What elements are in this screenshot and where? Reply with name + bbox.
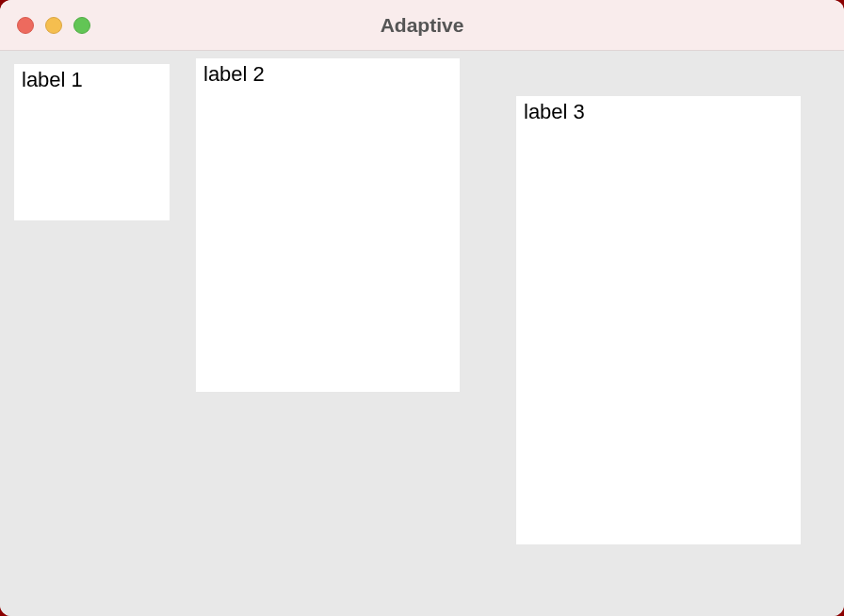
zoom-icon[interactable]: [73, 17, 90, 34]
window-title: Adaptive: [0, 14, 844, 37]
traffic-lights: [0, 17, 90, 34]
content-area: label 1 label 2 label 3: [0, 51, 844, 616]
panel-1-label: label 1: [22, 68, 162, 92]
titlebar: Adaptive: [0, 0, 844, 51]
panel-2: label 2: [196, 58, 460, 392]
app-window: Adaptive label 1 label 2 label 3: [0, 0, 844, 616]
minimize-icon[interactable]: [45, 17, 62, 34]
panel-3-label: label 3: [524, 100, 793, 124]
panel-3: label 3: [516, 96, 801, 544]
close-icon[interactable]: [17, 17, 34, 34]
panel-1: label 1: [14, 64, 170, 220]
panel-2-label: label 2: [203, 62, 452, 87]
